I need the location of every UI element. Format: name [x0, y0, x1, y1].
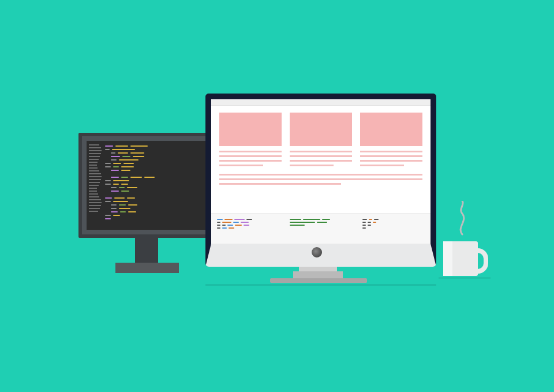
design-monitor-stand-neck-lower [293, 271, 343, 278]
design-monitor-shadow [205, 284, 436, 286]
code-monitor-stand-neck [135, 235, 158, 263]
mockup-card [360, 113, 422, 146]
code-line [103, 217, 207, 221]
illustration-stage [0, 0, 554, 392]
mockup-card-row [211, 106, 431, 151]
browser-window [211, 99, 431, 244]
mockup-card [290, 113, 352, 146]
code-editor-gutter [87, 141, 102, 230]
coffee-mug-highlight [443, 241, 452, 276]
design-monitor-logo-icon [312, 247, 322, 257]
design-monitor-stand-base [270, 278, 367, 283]
mockup-text-column [290, 151, 352, 169]
mockup-fullwidth-text [211, 174, 431, 191]
design-monitor [205, 94, 436, 267]
mockup-text-column [219, 151, 282, 169]
devtools-column [217, 218, 279, 240]
code-editor-screen [87, 141, 210, 230]
devtools-column [362, 218, 425, 240]
code-monitor [78, 133, 218, 238]
browser-chrome-bar [211, 99, 431, 106]
mockup-text-columns [211, 151, 431, 174]
mockup-text-column [360, 151, 422, 169]
devtools-column [290, 218, 352, 240]
mockup-card [219, 113, 282, 146]
coffee-mug-shadow [439, 277, 491, 279]
devtools-panel [211, 214, 431, 244]
code-monitor-stand-base [115, 263, 179, 273]
steam-icon [454, 201, 471, 236]
code-editor-body [102, 141, 210, 230]
